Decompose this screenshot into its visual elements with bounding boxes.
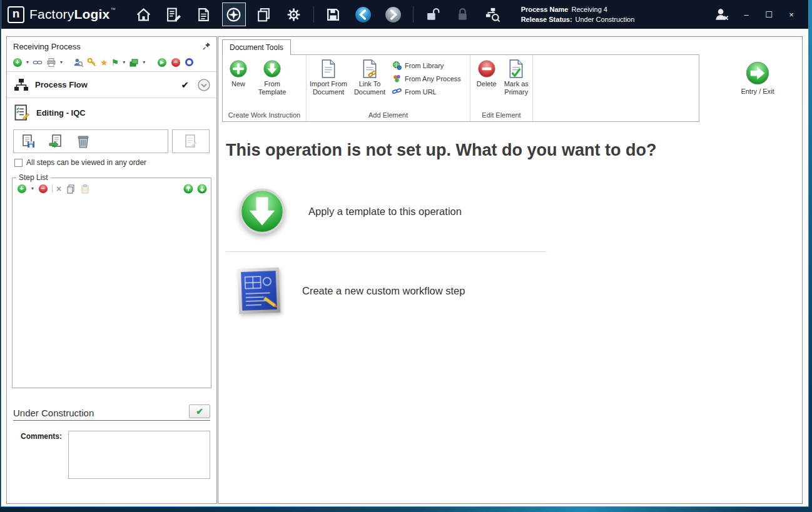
paste-icon xyxy=(80,184,90,194)
home-icon xyxy=(136,7,151,23)
any-order-checkbox[interactable] xyxy=(14,159,23,167)
group-label: Add Element xyxy=(307,110,470,121)
comments-input[interactable] xyxy=(68,431,210,479)
move-up-button[interactable] xyxy=(183,183,193,194)
lock-button[interactable] xyxy=(451,3,475,26)
process-search-button[interactable] xyxy=(481,3,505,26)
editing-label: Editing - IQC xyxy=(36,108,86,118)
minimize-button[interactable]: – xyxy=(739,10,753,19)
page-title: This operation is not set up. What do yo… xyxy=(226,141,802,160)
apply-template-option[interactable]: Apply a template to this operation xyxy=(238,188,802,235)
import-document-button[interactable] xyxy=(43,131,69,151)
cut-step-button[interactable]: × xyxy=(56,184,61,194)
copy-pages-button[interactable] xyxy=(252,3,276,26)
chevron-down-icon[interactable]: ▾ xyxy=(143,59,145,65)
mark-primary-icon xyxy=(509,59,524,78)
flag-button[interactable]: ⚑ xyxy=(111,58,119,67)
user-search-icon xyxy=(73,58,83,68)
editing-checklist-icon xyxy=(13,104,31,121)
group-create-work-instruction: New From Template Create Work Instructio… xyxy=(223,55,307,121)
chevron-down-icon[interactable]: ▾ xyxy=(31,186,34,191)
mark-as-primary-button[interactable]: Mark as Primary xyxy=(502,56,532,110)
from-template-button[interactable]: From Template xyxy=(253,56,292,110)
brand-name: FactoryLogix™ xyxy=(29,7,116,22)
toolbar-separator xyxy=(52,184,53,193)
link-button[interactable] xyxy=(32,57,43,68)
import-from-document-button[interactable]: Import From Document xyxy=(308,56,349,110)
new-button[interactable]: New xyxy=(224,56,253,110)
process-flow-row[interactable]: Process Flow ✔ xyxy=(7,72,216,98)
step-list[interactable] xyxy=(13,196,211,388)
create-workflow-option[interactable]: Create a new custom workflow step xyxy=(238,268,802,313)
app-logo: n FactoryLogix™ xyxy=(8,6,116,23)
key-icon xyxy=(87,58,97,68)
target-icon xyxy=(185,58,193,66)
process-editor-button[interactable] xyxy=(162,3,186,26)
toolbar-separator xyxy=(413,6,414,23)
any-order-row: All steps can be viewed in any order xyxy=(14,158,209,167)
play-circle-icon: ▸ xyxy=(158,58,166,67)
pin-icon[interactable] xyxy=(202,42,211,51)
edit-button-group xyxy=(172,129,210,153)
home-button[interactable] xyxy=(132,3,156,26)
library-globe-icon xyxy=(392,61,402,70)
back-button[interactable] xyxy=(352,3,375,26)
entry-exit-button[interactable]: Entry / Exit xyxy=(731,61,784,95)
from-any-process-button[interactable]: From Any Process xyxy=(390,73,463,84)
collapse-button[interactable] xyxy=(198,79,210,91)
save-button[interactable] xyxy=(322,3,345,26)
user-logout-button[interactable] xyxy=(712,5,731,24)
package-button[interactable] xyxy=(128,57,139,68)
compass-icon xyxy=(226,7,241,23)
maximize-button[interactable]: ☐ xyxy=(762,10,776,19)
check-button[interactable]: ✔ xyxy=(181,79,189,91)
link-to-document-button[interactable]: Link To Document xyxy=(349,56,390,110)
unlock-button[interactable] xyxy=(421,3,445,26)
copy-step-button[interactable] xyxy=(65,183,76,194)
process-info: Process NameReceiving 4 Release Status:U… xyxy=(521,4,635,25)
status-label: Under Construction xyxy=(13,408,94,418)
lock-icon xyxy=(455,7,470,23)
from-library-button[interactable]: From Library xyxy=(390,60,463,71)
approve-button[interactable]: ✔ xyxy=(189,404,210,418)
editing-row: Editing - IQC xyxy=(7,98,216,127)
tab-document-tools[interactable]: Document Tools xyxy=(222,39,291,55)
documents-button[interactable] xyxy=(192,3,216,26)
edit-document-button-disabled[interactable] xyxy=(178,131,204,151)
new-icon xyxy=(229,59,248,78)
apply-template-icon xyxy=(238,188,286,235)
operations-button-active[interactable] xyxy=(222,3,246,26)
record-button[interactable] xyxy=(184,57,195,68)
move-down-button[interactable] xyxy=(196,183,207,194)
print-button[interactable] xyxy=(46,57,56,68)
document-buttons-group xyxy=(13,129,168,153)
go-button[interactable]: ▸ xyxy=(156,57,167,68)
remove-process-button[interactable]: − xyxy=(170,57,181,68)
copy-icon xyxy=(256,7,272,23)
chevron-down-icon[interactable]: ▾ xyxy=(60,59,63,65)
add-step-button[interactable]: + xyxy=(16,183,27,194)
delete-document-button[interactable] xyxy=(70,131,96,151)
documents-icon xyxy=(196,7,211,23)
paste-step-button[interactable] xyxy=(79,183,90,194)
close-button[interactable]: × xyxy=(784,10,798,19)
remove-step-button[interactable]: − xyxy=(38,183,48,194)
export-document-button[interactable] xyxy=(15,131,41,151)
key-button[interactable] xyxy=(86,57,97,68)
chevron-down-icon[interactable]: ▾ xyxy=(123,59,125,65)
forward-button[interactable] xyxy=(382,3,405,26)
settings-button[interactable] xyxy=(282,3,306,26)
delete-element-button[interactable]: Delete xyxy=(472,56,502,110)
edit-document-icon xyxy=(183,134,198,149)
chevron-down-icon[interactable]: ▾ xyxy=(26,59,29,65)
copy-icon xyxy=(66,184,76,194)
gears-icon xyxy=(392,74,402,83)
panel-title: Receiving Process xyxy=(7,37,216,55)
from-url-button[interactable]: From URL xyxy=(390,86,463,97)
options-divider xyxy=(226,251,546,252)
add-process-button[interactable]: + xyxy=(12,57,23,68)
gear-icon xyxy=(286,7,302,23)
user-search-button[interactable] xyxy=(73,57,83,68)
comments-row: Comments: xyxy=(21,431,210,479)
star-button[interactable]: ★ xyxy=(100,58,108,67)
